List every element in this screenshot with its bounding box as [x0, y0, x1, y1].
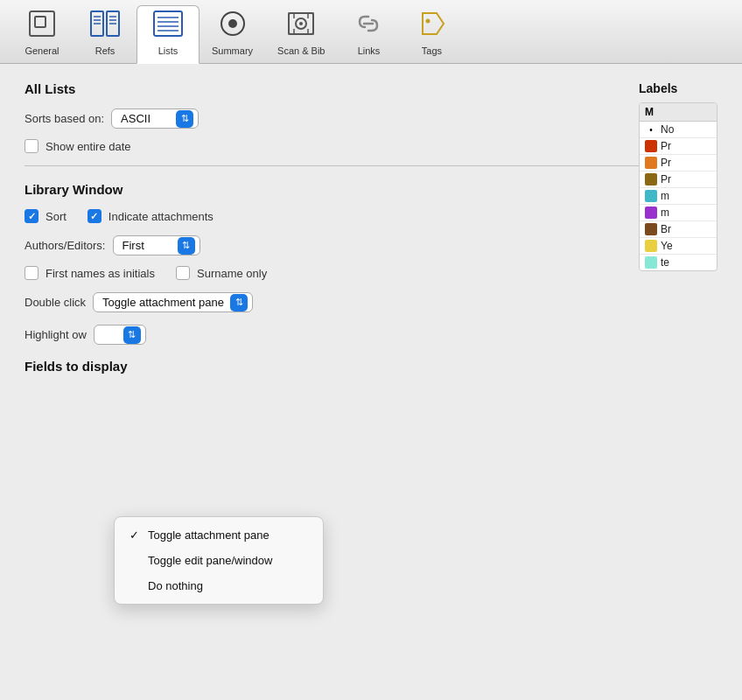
- section-divider: [24, 165, 639, 166]
- labels-title: Labels: [639, 81, 718, 95]
- dropdown-item-do-nothing[interactable]: Do nothing: [115, 573, 323, 598]
- label-row-5[interactable]: m: [640, 205, 717, 221]
- label-color-4: [645, 190, 657, 202]
- tab-summary-label: Summary: [212, 46, 253, 56]
- links-icon: [353, 10, 384, 42]
- authors-select[interactable]: First Last All: [113, 235, 200, 256]
- label-color-7: [645, 240, 657, 252]
- checkmark-toggle-attachment: ✓: [127, 528, 141, 542]
- library-window-title: Library Window: [24, 182, 639, 197]
- label-row-4[interactable]: m: [640, 188, 717, 205]
- sort-checkbox-group: Sort: [24, 209, 66, 223]
- tab-lists[interactable]: Lists: [136, 5, 200, 64]
- tab-refs[interactable]: Refs: [74, 5, 136, 63]
- show-entire-date-checkbox[interactable]: [24, 139, 38, 153]
- sort-attachments-row: Sort Indicate attachments: [24, 209, 639, 223]
- dropdown-item-label-0: Toggle attachment pane: [148, 528, 270, 542]
- scan-bib-icon: [285, 10, 317, 42]
- label-row-6[interactable]: Br: [640, 221, 717, 238]
- summary-icon: [217, 10, 248, 42]
- show-entire-date-label: Show entire date: [46, 140, 131, 153]
- labels-panel: Labels M • No Pr Pr Pr: [639, 81, 718, 386]
- labels-table: M • No Pr Pr Pr m: [639, 102, 718, 271]
- label-row-8[interactable]: te: [640, 255, 717, 270]
- all-lists-section: All Lists Sorts based on: ASCII Unicode …: [24, 81, 639, 153]
- tab-links-label: Links: [358, 46, 381, 56]
- svg-rect-10: [154, 11, 182, 36]
- double-click-row: Double click Toggle attachment pane Togg…: [24, 292, 639, 312]
- all-lists-title: All Lists: [24, 81, 639, 96]
- dropdown-item-label-1: Toggle edit pane/window: [148, 554, 272, 567]
- label-row-3[interactable]: Pr: [640, 172, 717, 188]
- label-bullet: •: [645, 125, 657, 135]
- fields-title: Fields to display: [24, 359, 639, 374]
- tags-icon: [416, 10, 447, 42]
- refs-icon: [89, 10, 121, 42]
- tab-lists-label: Lists: [158, 46, 178, 56]
- surname-only-checkbox[interactable]: [176, 266, 190, 280]
- highlight-select-wrapper: ⇅: [94, 325, 146, 345]
- lists-icon: [152, 10, 184, 42]
- general-icon: [26, 10, 58, 42]
- label-text-0: No: [661, 123, 674, 136]
- library-window-section: Library Window Sort Indicate attachments…: [24, 182, 639, 345]
- name-options-row: First names as initials Surname only: [24, 266, 639, 280]
- svg-rect-0: [30, 11, 54, 36]
- tab-refs-label: Refs: [95, 46, 116, 56]
- labels-header: M: [640, 103, 717, 122]
- labels-header-text: M: [645, 106, 654, 118]
- label-text-4: m: [661, 190, 669, 202]
- toolbar: General Refs: [0, 0, 742, 64]
- tab-scan-bib[interactable]: Scan & Bib: [265, 5, 337, 63]
- show-entire-date-row: Show entire date: [24, 139, 639, 153]
- dropdown-item-toggle-attachment[interactable]: ✓ Toggle attachment pane: [115, 522, 323, 548]
- first-names-initials-label: First names as initials: [46, 267, 155, 280]
- highlight-select[interactable]: [94, 325, 146, 345]
- label-text-7: Ye: [661, 240, 673, 252]
- double-click-select-wrapper: Toggle attachment pane Toggle edit pane/…: [93, 292, 253, 312]
- surname-only-group: Surname only: [176, 266, 267, 280]
- label-color-2: [645, 157, 657, 169]
- label-color-8: [645, 256, 657, 269]
- sorts-label: Sorts based on:: [24, 112, 104, 125]
- indicate-attachments-group: Indicate attachments: [88, 209, 214, 223]
- dropdown-item-toggle-edit[interactable]: Toggle edit pane/window: [115, 548, 323, 573]
- fields-section: Fields to display: [24, 359, 639, 374]
- sorts-row: Sorts based on: ASCII Unicode Natural ⇅: [24, 108, 639, 129]
- tab-scan-bib-label: Scan & Bib: [277, 46, 325, 56]
- label-row-1[interactable]: Pr: [640, 138, 717, 155]
- indicate-attachments-label: Indicate attachments: [108, 210, 214, 223]
- tab-summary[interactable]: Summary: [200, 5, 265, 63]
- indicate-attachments-checkbox[interactable]: [88, 209, 102, 223]
- surname-only-label: Surname only: [197, 267, 267, 280]
- label-row-7[interactable]: Ye: [640, 238, 717, 255]
- label-text-6: Br: [661, 223, 671, 235]
- highlight-row: Highlight ow ⇅: [24, 325, 639, 345]
- highlight-label: Highlight ow: [24, 328, 87, 341]
- svg-point-21: [426, 19, 430, 24]
- dropdown-item-label-2: Do nothing: [148, 579, 203, 592]
- tab-tags[interactable]: Tags: [400, 5, 463, 63]
- label-text-3: Pr: [661, 173, 671, 186]
- double-click-select[interactable]: Toggle attachment pane Toggle edit pane/…: [93, 292, 253, 312]
- authors-row: Authors/Editors: First Last All ⇅: [24, 235, 639, 256]
- tab-general[interactable]: General: [10, 5, 74, 63]
- label-color-5: [645, 206, 657, 219]
- dropdown-menu: ✓ Toggle attachment pane Toggle edit pan…: [114, 516, 324, 605]
- main-panel: All Lists Sorts based on: ASCII Unicode …: [24, 81, 639, 386]
- tab-links[interactable]: Links: [337, 5, 400, 63]
- label-row-none[interactable]: • No: [640, 122, 717, 138]
- sorts-select[interactable]: ASCII Unicode Natural: [111, 108, 199, 129]
- first-names-initials-checkbox[interactable]: [24, 266, 38, 280]
- label-text-1: Pr: [661, 140, 671, 152]
- content-area: All Lists Sorts based on: ASCII Unicode …: [0, 64, 742, 403]
- sort-label: Sort: [46, 210, 66, 223]
- label-color-1: [645, 140, 657, 152]
- label-text-8: te: [661, 256, 669, 269]
- svg-point-16: [228, 19, 237, 28]
- double-click-label: Double click: [24, 296, 86, 309]
- sort-checkbox[interactable]: [24, 209, 38, 223]
- label-text-5: m: [661, 206, 669, 219]
- svg-rect-1: [35, 17, 46, 27]
- label-row-2[interactable]: Pr: [640, 155, 717, 172]
